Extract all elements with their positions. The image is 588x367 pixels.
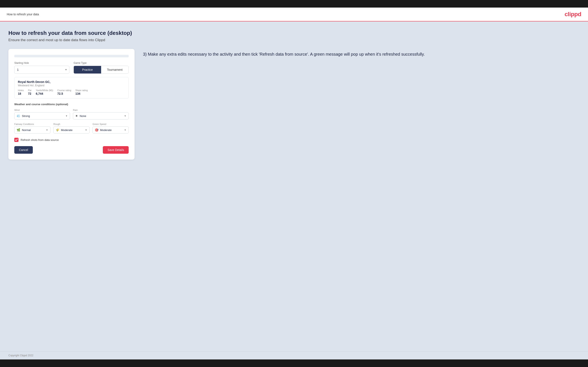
wind-arrow-icon: ▼ bbox=[65, 115, 68, 117]
yards-value: 6,744 bbox=[36, 92, 53, 95]
course-info-box: Royal North Devon GC, Westward Ho!, Engl… bbox=[14, 77, 129, 99]
refresh-checkbox-row: Refresh shots from data source bbox=[14, 138, 129, 142]
starting-hole-group: Starting Hole 1 10 ▼ bbox=[14, 61, 69, 74]
course-location: Westward Ho!, England bbox=[18, 84, 125, 87]
top-bar bbox=[0, 0, 588, 8]
instruction-text: 3) Make any extra edits necessary to the… bbox=[143, 51, 579, 57]
game-type-toggle: Practice Tournament bbox=[74, 66, 129, 74]
course-name: Royal North Devon GC, bbox=[18, 80, 125, 83]
form-card: Starting Hole 1 10 ▼ Game Type Practice bbox=[9, 49, 135, 159]
holes-label: Holes bbox=[18, 89, 24, 92]
fairway-arrow-icon: ▼ bbox=[46, 129, 48, 131]
course-stats: Holes 18 Par 72 Yards/White (M)) 6,744 C… bbox=[18, 89, 125, 95]
rough-select[interactable]: 🌾 Moderate ▼ bbox=[53, 126, 90, 133]
rain-select[interactable]: ☀ None ▼ bbox=[73, 112, 129, 119]
refresh-checkbox[interactable] bbox=[14, 138, 18, 142]
game-type-label: Game Type bbox=[74, 61, 129, 65]
par-value: 72 bbox=[28, 92, 32, 95]
copyright: Copyright Clippd 2022 bbox=[9, 354, 34, 357]
fairway-select[interactable]: 🌿 Normal ▼ bbox=[14, 126, 51, 133]
breadcrumb: How to refresh your data bbox=[7, 13, 39, 16]
stat-course-rating: Course rating 72.5 bbox=[57, 89, 71, 95]
rain-label: Rain bbox=[73, 109, 129, 111]
rough-arrow-icon: ▼ bbox=[85, 129, 87, 131]
page-title: How to refresh your data from source (de… bbox=[9, 30, 579, 36]
fairway-value: Normal bbox=[22, 128, 46, 132]
wind-value: Strong bbox=[22, 114, 65, 117]
slope-rating-value: 134 bbox=[76, 92, 88, 95]
rough-value: Moderate bbox=[61, 128, 85, 132]
wind-icon: 💨 bbox=[17, 114, 20, 117]
fairway-row: Fairway Conditions 🌿 Normal ▼ Rough 🌾 Mo… bbox=[14, 123, 129, 133]
green-speed-select[interactable]: 🎯 Moderate ▼ bbox=[93, 126, 129, 133]
page-subtitle: Ensure the correct and most up to date d… bbox=[9, 38, 579, 42]
starting-hole-select[interactable]: 1 10 bbox=[14, 66, 69, 74]
form-row-top: Starting Hole 1 10 ▼ Game Type Practice bbox=[14, 61, 129, 74]
logo: clippd bbox=[565, 11, 581, 18]
cancel-button[interactable]: Cancel bbox=[14, 146, 33, 154]
stat-yards: Yards/White (M)) 6,744 bbox=[36, 89, 53, 95]
green-speed-icon: 🎯 bbox=[95, 128, 98, 132]
tournament-button[interactable]: Tournament bbox=[101, 66, 129, 74]
fairway-label: Fairway Conditions bbox=[14, 123, 51, 125]
bottom-bar bbox=[0, 359, 588, 367]
course-rating-value: 72.5 bbox=[57, 92, 71, 95]
header: How to refresh your data clippd bbox=[0, 8, 588, 21]
stat-par: Par 72 bbox=[28, 89, 32, 95]
fairway-icon: 🌿 bbox=[17, 128, 20, 132]
rain-group: Rain ☀ None ▼ bbox=[73, 109, 129, 119]
starting-hole-label: Starting Hole bbox=[14, 61, 69, 65]
card-placeholder bbox=[14, 55, 129, 57]
rain-arrow-icon: ▼ bbox=[124, 115, 126, 117]
course-rating-label: Course rating bbox=[57, 89, 71, 92]
footer: Copyright Clippd 2022 bbox=[0, 351, 588, 359]
practice-button[interactable]: Practice bbox=[74, 66, 101, 74]
refresh-checkbox-label: Refresh shots from data source bbox=[21, 138, 59, 142]
rain-icon: ☀ bbox=[75, 114, 78, 117]
wind-group: Wind 💨 Strong ▼ bbox=[14, 109, 70, 119]
wind-select[interactable]: 💨 Strong ▼ bbox=[14, 112, 70, 119]
rough-icon: 🌾 bbox=[56, 128, 59, 132]
fairway-group: Fairway Conditions 🌿 Normal ▼ bbox=[14, 123, 51, 133]
conditions-title: Weather and course conditions (optional) bbox=[14, 103, 129, 106]
rain-value: None bbox=[80, 114, 124, 117]
rough-group: Rough 🌾 Moderate ▼ bbox=[53, 123, 90, 133]
stat-holes: Holes 18 bbox=[18, 89, 24, 95]
green-speed-value: Moderate bbox=[100, 128, 124, 132]
button-row: Cancel Save Details bbox=[14, 146, 129, 154]
wind-rain-row: Wind 💨 Strong ▼ Rain ☀ None ▼ bbox=[14, 109, 129, 119]
slope-rating-label: Slope rating bbox=[76, 89, 88, 92]
green-speed-group: Green Speed 🎯 Moderate ▼ bbox=[93, 123, 129, 133]
par-label: Par bbox=[28, 89, 32, 92]
yards-label: Yards/White (M)) bbox=[36, 89, 53, 92]
content-area: Starting Hole 1 10 ▼ Game Type Practice bbox=[9, 49, 579, 159]
stat-slope-rating: Slope rating 134 bbox=[76, 89, 88, 95]
main-content: How to refresh your data from source (de… bbox=[0, 21, 588, 351]
save-button[interactable]: Save Details bbox=[103, 146, 129, 154]
game-type-group: Game Type Practice Tournament bbox=[74, 61, 129, 74]
starting-hole-select-wrapper: 1 10 ▼ bbox=[14, 66, 69, 74]
instruction-panel: 3) Make any extra edits necessary to the… bbox=[143, 49, 579, 59]
rough-label: Rough bbox=[53, 123, 90, 125]
green-speed-label: Green Speed bbox=[93, 123, 129, 125]
green-speed-arrow-icon: ▼ bbox=[124, 129, 126, 131]
holes-value: 18 bbox=[18, 92, 24, 95]
wind-label: Wind bbox=[14, 109, 70, 111]
